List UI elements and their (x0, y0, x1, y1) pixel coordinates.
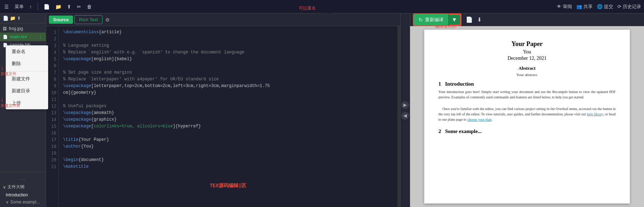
submit-label: 提交 (604, 4, 613, 10)
code-line-14: \usepackage{graphicx} (63, 116, 393, 123)
code-line-12: % Useful packages (63, 103, 393, 110)
context-rename[interactable]: 重命名 (6, 46, 48, 58)
new-folder-annotation: ↓ 新建文件夹 (1, 97, 20, 108)
recompile-group: ↻ 重新编译 ▼ (413, 13, 461, 26)
editor-content: 12345 678910 1112131415 1617181920 21 \d… (46, 26, 400, 207)
code-line-16 (63, 130, 393, 137)
delete-icon[interactable]: 🗑 (85, 3, 93, 10)
code-line-17: \title{Your Paper} (63, 137, 393, 143)
pdf-abstract-text: Your abstract. (438, 73, 616, 77)
toolbar-right: 👁 审阅 👥 共享 🌐 提交 ⟳ 历史记录 (557, 4, 641, 10)
recompile-button[interactable]: ↻ 重新编译 (414, 14, 448, 25)
top-toolbar: ☰ 菜单 ↑ 📄 📁 ⬆ ✏ 🗑 可以重名 ▶ 样例 👁 审阅 👥 共享 🌐 提… (0, 0, 644, 13)
pdf-preview: ↻ 重新编译 ▼ 📄 ⬇ 编译显示区 Your Paper You Decemb… (410, 13, 644, 207)
code-line-9: \usepackage[letterpaper,top=2cm,bottom=2… (63, 83, 393, 90)
tab-source[interactable]: Source (49, 16, 73, 24)
code-line-11 (63, 96, 393, 103)
outline-panel: ... ∨ 文件大纲 Introduction ∨ Some exampl... (0, 172, 46, 207)
upload-icon[interactable]: ⬆ (66, 3, 73, 10)
split-left-btn[interactable]: ◀ (401, 112, 409, 120)
file-name-main: main.tex (10, 34, 36, 39)
history-button[interactable]: ⟳ 历史记录 (617, 4, 641, 10)
split-right-btn[interactable]: ▶ (401, 101, 409, 109)
code-line-18: \author{You} (63, 143, 393, 150)
code-line-15: \usepackage[colorlinks=true, allcolors=b… (63, 123, 393, 130)
section1-num: 1 (438, 81, 441, 87)
new-doc-icon[interactable]: 📄 (3, 16, 9, 21)
file-item-main[interactable]: 📄 main.tex ⋮ (0, 33, 46, 41)
recompile-dropdown[interactable]: ▼ (448, 14, 461, 25)
pdf-section1-body2: Once you're familiar with the editor, yo… (438, 106, 616, 122)
tab-richtext[interactable]: Rich Text (74, 15, 102, 24)
code-line-3: % Language setting (63, 42, 393, 49)
editor-scrollbar[interactable] (397, 26, 400, 207)
pdf-section1-title: 1 Introduction (438, 81, 616, 87)
share-button[interactable]: 👥 共享 (576, 4, 593, 10)
history-icon: ⟳ (617, 4, 621, 9)
compile-area-label: 编译显示区 (435, 26, 456, 29)
menu-icon[interactable]: ☰ (3, 3, 10, 10)
file-item-frog[interactable]: 🖼 frog.jpg (0, 25, 46, 33)
chevron-down-icon: ∨ (3, 185, 6, 190)
choose-plan-link[interactable]: choose your plan (467, 117, 491, 121)
new-file-icon[interactable]: 📄 (42, 3, 51, 10)
code-line-19 (63, 150, 393, 157)
outline-sub-label: Some exampl... (10, 200, 40, 205)
tex-annotation: TEX源码编辑|区 (210, 183, 247, 189)
code-line-5: \usepackage[english]{babel} (63, 56, 393, 63)
image-icon: 🖼 (3, 27, 7, 31)
share-label: 共享 (583, 4, 593, 10)
arrow-down-new-folder: ↓ (1, 97, 20, 103)
code-line-10: cm]{geometry} (63, 90, 393, 96)
help-library-link[interactable]: help library (587, 112, 603, 116)
submit-icon: 🌐 (597, 4, 603, 9)
new-folder-icon[interactable]: 📁 (10, 16, 16, 21)
review-label: 审阅 (563, 4, 572, 10)
pdf-download-icon[interactable]: ⬇ (477, 16, 482, 23)
code-line-13: \usepackage{amsmath} (63, 110, 393, 116)
file-name-frog: frog.jpg (9, 26, 43, 31)
code-line-6 (63, 63, 393, 69)
new-file-annotation-label: ↓ 新建文件 (1, 65, 16, 76)
tab-settings-icon[interactable]: ⚙ (105, 17, 110, 23)
pdf-author: You (438, 49, 616, 55)
folder-icon[interactable]: 📁 (54, 3, 63, 10)
menu-label[interactable]: 菜单 (13, 3, 25, 11)
outline-item-some-example[interactable]: ∨ Some exampl... (0, 199, 46, 206)
upload-file-icon[interactable]: ⬆ (17, 16, 21, 21)
pdf-page-icon[interactable]: 📄 (466, 16, 473, 23)
pdf-title: Your Paper (438, 40, 616, 48)
dots-separator: ... (0, 173, 46, 183)
rename-label: 可以重名 (299, 5, 316, 11)
up-arrow-icon[interactable]: ↑ (28, 3, 33, 10)
new-folder-text: 新建文件夹 (1, 103, 20, 108)
outline-item-introduction[interactable]: Introduction (0, 191, 46, 199)
code-editor[interactable]: \documentclass{article} % Language setti… (59, 26, 397, 207)
refresh-icon: ↻ (419, 17, 423, 23)
pdf-content: 编译显示区 Your Paper You December 12, 2021 A… (410, 26, 644, 207)
editor-container: Source Rich Text ⚙ 12345 678910 11121314… (46, 13, 400, 207)
split-handle: ▶ ◀ (400, 13, 410, 207)
outline-header[interactable]: ∨ 文件大纲 (0, 183, 46, 191)
review-button[interactable]: 👁 审阅 (557, 4, 572, 10)
toolbar-divider (38, 3, 38, 10)
outline-title: 文件大纲 (7, 184, 24, 190)
file-context-icon[interactable]: ⋮ (38, 34, 43, 40)
section2-num: 2 (438, 128, 441, 134)
code-line-4: % Replace `english' with e.g. `spanish' … (63, 49, 393, 56)
section2-title: Some example... (445, 128, 482, 134)
share-icon: 👥 (576, 4, 582, 9)
pdf-toolbar: ↻ 重新编译 ▼ 📄 ⬇ (410, 13, 644, 26)
new-file-text: 新建文件 (1, 71, 16, 76)
code-line-20: \begin{document} (63, 157, 393, 163)
recompile-label: 重新编译 (425, 17, 443, 23)
tex-icon: 📄 (3, 35, 8, 39)
context-new-directory[interactable]: 新建目录 (6, 85, 48, 97)
code-line-2 (63, 36, 393, 42)
review-icon: 👁 (557, 4, 561, 9)
code-line-8: % Replace `letterpaper' with`a4paper' fo… (63, 76, 393, 83)
pdf-date: December 12, 2021 (438, 56, 616, 61)
edit-icon[interactable]: ✏ (75, 3, 83, 10)
history-label: 历史记录 (623, 4, 641, 10)
submit-button[interactable]: 🌐 提交 (597, 4, 613, 10)
